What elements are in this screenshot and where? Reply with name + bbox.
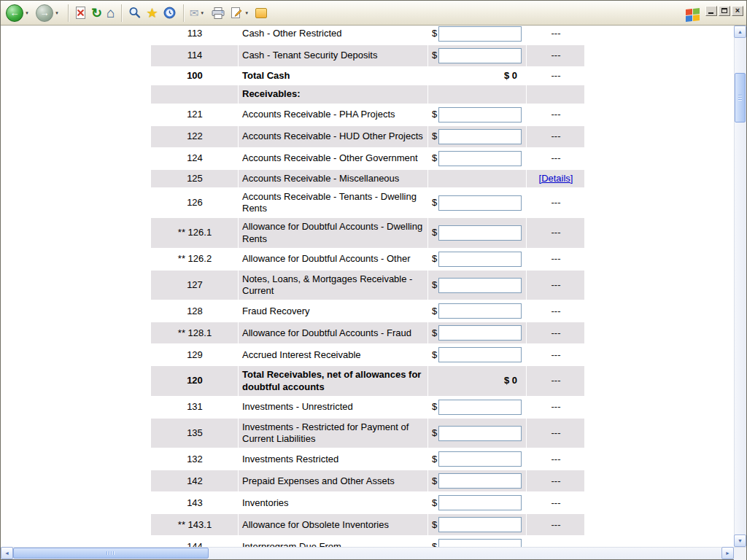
line-item-description: Allowance for Doubtful Accounts - Fraud [239, 322, 428, 344]
currency-symbol: $ [432, 279, 437, 291]
amount-input[interactable] [438, 473, 522, 489]
currency-symbol: $ [432, 401, 437, 413]
refresh-button[interactable]: ↻ [90, 6, 104, 20]
amount-cell: $ [428, 125, 527, 147]
tail-cell: --- [527, 187, 585, 218]
line-item-description: Allowance for Doubtful Accounts - Other [239, 248, 428, 270]
line-item-description: Inventories [239, 492, 428, 514]
table-row: 114Cash - Tenant Security Deposits$--- [151, 45, 585, 67]
back-icon: ← [6, 4, 23, 22]
amount-cell: $ [428, 396, 527, 418]
stop-button[interactable] [73, 5, 88, 20]
table-row: 126Accounts Receivable - Tenants - Dwell… [151, 187, 585, 218]
favorites-star-icon: ★ [146, 7, 158, 20]
line-item-description: Total Cash [239, 67, 428, 85]
line-item-number: 100 [151, 67, 239, 85]
discuss-button[interactable] [254, 7, 268, 19]
close-button[interactable]: × [732, 6, 743, 16]
line-item-number: ** 126.2 [151, 248, 239, 270]
toolbar-separator [68, 4, 69, 22]
amount-cell: $ [428, 26, 527, 45]
edit-icon [230, 6, 243, 20]
scroll-right-icon: ► [725, 551, 730, 556]
table-row: 135Investments - Restricted for Payment … [151, 418, 585, 448]
scroll-down-button[interactable]: ▼ [734, 534, 746, 547]
home-button[interactable]: ⌂ [105, 5, 116, 20]
line-item-description: Allowance for Doubtful Accounts - Dwelli… [239, 218, 428, 249]
amount-input[interactable] [438, 495, 522, 510]
table-row: 129Accrued Interest Receivable$--- [151, 344, 585, 366]
amount-input[interactable] [438, 26, 522, 42]
line-item-number: 126 [151, 187, 239, 218]
tail-cell: --- [527, 125, 585, 147]
amount-cell: $ [428, 300, 527, 322]
amount-input[interactable] [438, 400, 522, 415]
history-button[interactable] [161, 5, 178, 20]
scroll-left-button[interactable]: ◄ [1, 547, 13, 559]
line-item-description: Accounts Receivable - PHA Projects [239, 104, 428, 125]
amount-input[interactable] [438, 48, 522, 63]
amount-input[interactable] [438, 225, 522, 241]
amount-input[interactable] [438, 107, 522, 122]
print-button[interactable] [209, 6, 227, 20]
currency-symbol: $ [432, 109, 437, 120]
edit-button[interactable]: ▼ [228, 5, 252, 20]
tail-cell: --- [527, 514, 585, 536]
edit-dropdown-caret[interactable]: ▼ [244, 11, 249, 15]
forward-dropdown-caret[interactable]: ▼ [55, 11, 59, 15]
tail-cell: --- [527, 396, 585, 418]
vertical-scrollbar-thumb[interactable] [735, 73, 746, 122]
tail-cell: --- [527, 248, 585, 270]
minimize-button[interactable] [705, 6, 717, 16]
amount-cell: $ [428, 218, 527, 249]
table-row: 127Notes, Loans, & Mortgages Receivable … [151, 270, 585, 300]
scrollbar-corner [734, 548, 746, 560]
tail-cell: --- [527, 366, 585, 397]
amount-input[interactable] [438, 426, 522, 441]
line-item-number: ** 128.1 [151, 322, 239, 344]
amount-input[interactable] [438, 129, 522, 144]
table-row: ** 126.2Allowance for Doubtful Accounts … [151, 248, 585, 270]
horizontal-scrollbar[interactable]: ◄ ► [1, 547, 746, 559]
amount-input[interactable] [438, 451, 522, 467]
currency-symbol: $ [432, 519, 437, 531]
amount-input[interactable] [438, 278, 522, 293]
scroll-right-button[interactable]: ► [721, 547, 734, 559]
scroll-up-icon: ▲ [738, 29, 743, 34]
search-icon [128, 6, 142, 20]
toolbar-right: × [686, 5, 744, 21]
details-link[interactable]: [Details] [539, 173, 573, 184]
amount-input[interactable] [438, 303, 522, 319]
amount-input[interactable] [438, 539, 522, 547]
table-row: ** 126.1Allowance for Doubtful Accounts … [151, 218, 585, 249]
tail-cell: --- [527, 26, 585, 45]
back-dropdown-caret[interactable]: ▼ [25, 11, 29, 15]
horizontal-scrollbar-thumb[interactable] [13, 548, 209, 559]
line-item-description: Fraud Recovery [239, 300, 428, 322]
amount-cell: $ [428, 514, 527, 536]
fds-table: 113Cash - Other Restricted$---114Cash - … [150, 26, 585, 547]
back-button[interactable]: ← ▼ [4, 4, 33, 23]
amount-input[interactable] [438, 325, 522, 341]
forward-button[interactable]: → ▼ [34, 4, 63, 23]
amount-input[interactable] [438, 517, 522, 532]
line-item-description: Cash - Tenant Security Deposits [239, 45, 428, 67]
vertical-scrollbar[interactable]: ▲ ▼ [734, 26, 746, 547]
currency-symbol: $ [432, 475, 437, 487]
amount-input[interactable] [438, 151, 522, 166]
mail-dropdown-caret[interactable]: ▼ [200, 11, 204, 15]
scroll-up-button[interactable]: ▲ [734, 26, 746, 38]
maximize-button[interactable] [719, 6, 730, 16]
toolbar-button-group: ← ▼ → ▼ ↻ ⌂ [4, 4, 270, 23]
line-item-number: 114 [151, 45, 239, 67]
favorites-button[interactable]: ★ [144, 6, 159, 20]
tail-cell: --- [527, 67, 585, 85]
amount-input[interactable] [438, 252, 522, 267]
currency-symbol: $ [432, 541, 437, 547]
amount-input[interactable] [438, 195, 522, 211]
mail-button[interactable]: ✉ ▼ [188, 7, 209, 19]
search-button[interactable] [126, 5, 143, 20]
amount-cell: $ [428, 187, 527, 218]
amount-input[interactable] [438, 347, 522, 362]
browser-toolbar: ← ▼ → ▼ ↻ ⌂ [1, 1, 746, 26]
